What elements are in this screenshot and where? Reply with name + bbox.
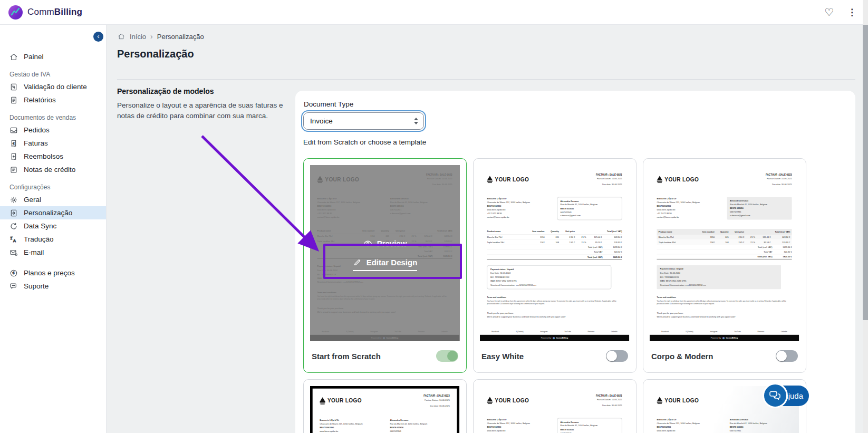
home-icon	[9, 53, 18, 61]
invoice-preview-document: YOUR LOGO FACTUUR : SALE-0023 Factuur Da…	[650, 165, 799, 341]
triangle-logo-icon	[487, 176, 493, 182]
sidebar-item-painel[interactable]: Painel	[0, 50, 106, 63]
invoice-footer: FacebookX (Twitter)InstagramYouTubePinte…	[487, 331, 622, 341]
invoice-due-date: Due date: 30-06-2025	[423, 404, 450, 408]
invoice-header-meta: FACTUUR : SALE-0023 Factuur Datum: 10-06…	[766, 172, 792, 186]
template-card-partial-4[interactable]: YOUR LOGO FACTUUR : SALE-0023 Factuur Da…	[473, 379, 636, 433]
help-chat-icon[interactable]	[763, 383, 788, 408]
invoice-addresses: Brasserie L'Épi d'Or Chaussée de Wavre 2…	[320, 418, 450, 433]
sidebar-item-pedidos[interactable]: Pedidos	[0, 123, 106, 137]
scrollbar-thumb[interactable]	[863, 25, 868, 320]
app-logo[interactable]: CommBilling	[8, 5, 82, 20]
sidebar-item-label: Reembolsos	[24, 152, 63, 160]
invoice-header: YOUR LOGO FACTUUR : SALE-0023 Factuur Da…	[487, 393, 622, 407]
invoice-header: YOUR LOGO FACTUUR : SALE-0023 Factuur Da…	[657, 172, 792, 186]
document-type-select[interactable]: Invoice	[303, 112, 424, 130]
invoice-date: Factuur Datum: 10-06-2025	[423, 398, 450, 402]
triangle-logo-icon	[487, 397, 493, 403]
sidebar-item-relatorios[interactable]: Relatórios	[0, 93, 106, 107]
kebab-menu-icon[interactable]: ⋮	[847, 7, 856, 18]
template-card-corpo-modern[interactable]: YOUR LOGO FACTUUR : SALE-0023 Factuur Da…	[643, 158, 806, 373]
edit-design-button-label: Editar Design	[367, 258, 418, 267]
template-card-partial-3[interactable]: YOUR LOGO FACTUUR : SALE-0023 Factuur Da…	[303, 379, 467, 433]
invoice-seller-block: Brasserie L'Épi d'Or Chaussée de Wavre 2…	[657, 418, 719, 433]
invoice-total-row: Total (excl. VAT)1499.84 €	[657, 245, 792, 249]
social-link-facebook: Facebook	[661, 331, 669, 333]
sidebar-item-geral[interactable]: Geral	[0, 193, 106, 206]
invoice-addresses: Brasserie L'Épi d'Or Chaussée de Wavre 2…	[657, 197, 792, 220]
invoice-logo: YOUR LOGO	[657, 393, 699, 407]
social-link-linkedin: LinkedIn	[781, 331, 787, 333]
eye-icon	[363, 239, 372, 248]
sidebar-item-label: Suporte	[24, 282, 49, 290]
sidebar-item-notas-de-credito[interactable]: Notas de crédito	[0, 163, 106, 176]
invoice-logo-text: YOUR LOGO	[495, 398, 529, 403]
sidebar-spacer	[0, 259, 106, 266]
sidebar-item-label: Tradução	[24, 235, 54, 243]
sidebar-item-reembolsos[interactable]: Reembolsos	[0, 150, 106, 163]
social-link-facebook: Facebook	[491, 331, 499, 333]
sidebar-nav: PainelGestão de IVAValidação do clienteR…	[0, 25, 107, 433]
invoice-total-row: Total (incl. VAT)1825.50 €	[657, 254, 792, 259]
select-updown-icon	[414, 118, 418, 124]
toggle-knob	[606, 351, 617, 361]
sidebar-section-title: Configurações	[0, 184, 106, 191]
invoice-powered-bar: Powered byCommBilling	[480, 335, 629, 341]
invoice-terms: Terms and conditions You have the right …	[657, 296, 792, 305]
invoice-seller-block: Brasserie L'Épi d'Or Chaussée de Wavre 2…	[657, 197, 719, 220]
breadcrumb-home[interactable]: Início	[130, 33, 146, 41]
invoice-logo: YOUR LOGO	[657, 172, 699, 186]
social-link-instagram: Instagram	[710, 331, 717, 333]
invoice-social-links: FacebookX (Twitter)InstagramYouTubePinte…	[657, 331, 792, 333]
main-content: Início › Personalização Personalização P…	[107, 25, 868, 433]
favorites-heart-icon[interactable]: ♡	[824, 7, 834, 17]
chat-icon	[9, 282, 18, 291]
sidebar-item-faturas[interactable]: Faturas	[0, 137, 106, 150]
sidebar-item-validacao-do-cliente[interactable]: Validação do cliente	[0, 80, 106, 93]
sidebar-item-traducao[interactable]: Tradução	[0, 233, 106, 246]
sidebar-item-personalizacao[interactable]: Personalização	[0, 206, 106, 219]
invoice-due-date: Due date: 30-06-2025	[596, 182, 622, 186]
template-toggle[interactable]	[776, 350, 798, 362]
edit-design-button[interactable]: Editar Design	[353, 258, 418, 271]
gear-icon	[9, 196, 18, 204]
preview-button-label: Preview	[377, 239, 407, 248]
preview-button[interactable]: Preview	[363, 239, 407, 248]
social-link-youtube: YouTube	[734, 331, 741, 333]
invoice-due-date: Due date: 30-06-2025	[766, 182, 792, 186]
template-preview[interactable]: YOUR LOGO FACTUUR : SALE-0023 Factuur Da…	[650, 165, 799, 341]
invoice-client-block: Alexandra Dervaux Rue du Marché 42, 1050…	[557, 197, 622, 220]
sidebar-item-planos-e-precos[interactable]: Planos e preços	[0, 266, 106, 280]
template-preview[interactable]: YOUR LOGO FACTUUR : SALE-0023 Factuur Da…	[480, 165, 630, 341]
document-type-label: Document Type	[304, 100, 847, 108]
invoice-date: Factuur Datum: 10-06-2025	[596, 177, 622, 180]
intro-heading: Personalização de modelos	[117, 87, 294, 95]
sidebar-item-suporte[interactable]: Suporte	[0, 280, 106, 293]
home-icon	[117, 33, 126, 40]
invoice-logo-text: YOUR LOGO	[664, 398, 699, 403]
sidebar-item-label: Personalização	[24, 209, 72, 217]
scrollbar-track[interactable]	[863, 0, 868, 433]
template-card-easy-white[interactable]: YOUR LOGO FACTUUR : SALE-0023 Factuur Da…	[473, 158, 636, 373]
template-toggle[interactable]	[606, 350, 628, 362]
sidebar-collapse-button[interactable]: ‹	[92, 31, 104, 43]
invoice-date: Factuur Datum: 10-06-2025	[596, 398, 622, 401]
sidebar-item-label: Data Sync	[24, 222, 56, 230]
pencil-icon	[353, 258, 362, 267]
invoice-addresses: Brasserie L'Épi d'Or Chaussée de Wavre 2…	[487, 418, 622, 433]
template-card-start-from-scratch[interactable]: YOUR LOGO FACTUUR : SALE-0023 Factuur Da…	[303, 158, 467, 373]
template-hover-overlay: Preview Editar Design	[310, 165, 460, 341]
template-toggle[interactable]	[436, 350, 458, 362]
inbox-icon	[9, 126, 18, 134]
sidebar-item-data-sync[interactable]: Data Sync	[0, 219, 106, 233]
mail-gear-icon	[9, 248, 18, 257]
invoice-logo: YOUR LOGO	[320, 394, 362, 408]
invoice-seller-block: Brasserie L'Épi d'Or Chaussée de Wavre 2…	[320, 418, 379, 433]
sidebar-item-e-mail[interactable]: E-mail	[0, 246, 106, 259]
template-label-row: Easy White	[480, 348, 630, 364]
sidebar-item-label: Notas de crédito	[24, 166, 75, 174]
template-preview[interactable]: YOUR LOGO FACTUUR : SALE-0023 Factuur Da…	[480, 386, 630, 433]
template-preview[interactable]: YOUR LOGO FACTUUR : SALE-0023 Factuur Da…	[310, 165, 460, 341]
invoice-terms: Terms and conditions You have the right …	[487, 296, 622, 305]
template-preview[interactable]: YOUR LOGO FACTUUR : SALE-0023 Factuur Da…	[310, 386, 460, 433]
